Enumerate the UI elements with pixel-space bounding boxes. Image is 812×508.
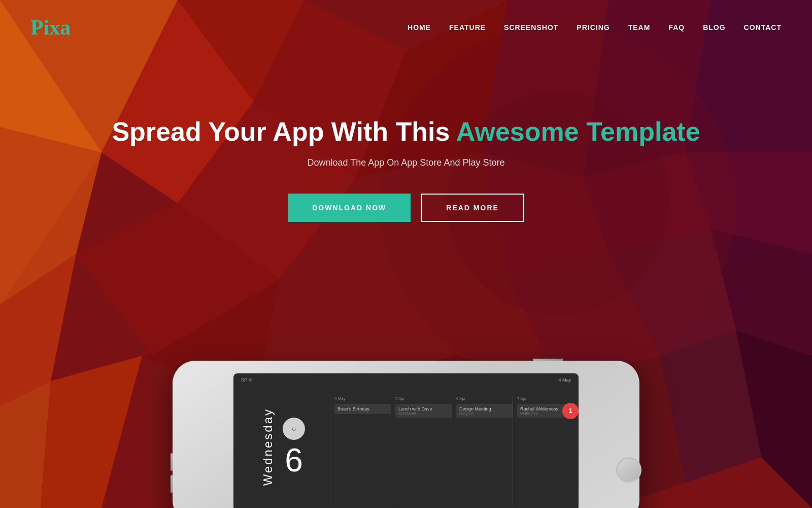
screen-status-bar: SP ① 4 May bbox=[233, 377, 579, 383]
hero-section: Pixa HOME FEATURE SCREENSHOT PRICING TEA… bbox=[0, 0, 812, 508]
volume-down-button bbox=[171, 475, 173, 493]
hero-title: Spread Your App With This Awesome Templa… bbox=[0, 116, 812, 147]
hero-buttons: DOWNLOAD NOW READ MORE bbox=[0, 194, 812, 222]
event-col-2: 5 Apr Lunch with Dave Restaurant bbox=[391, 396, 452, 505]
read-more-button[interactable]: READ MORE bbox=[421, 194, 524, 222]
screen-left-panel: Wednesday ○ 6 bbox=[233, 384, 325, 508]
hero-content: Spread Your App With This Awesome Templa… bbox=[0, 55, 812, 222]
hero-title-accent: Awesome Template bbox=[456, 117, 700, 146]
event-item-birthday: Brian's Birthday bbox=[334, 404, 391, 414]
phone-screen: SP ① 4 May Wednesday ○ 6 bbox=[233, 373, 579, 508]
event-sub-lunch: Restaurant bbox=[398, 411, 449, 415]
event-title-birthday: Brian's Birthday bbox=[337, 406, 388, 411]
event-col-1-header: 4 May bbox=[334, 396, 391, 401]
nav-pricing[interactable]: PRICING bbox=[577, 23, 610, 32]
event-col-4-header: 7 Apr bbox=[517, 396, 573, 401]
event-item-design: Design Meeting Hangout bbox=[456, 404, 513, 418]
event-item-rachel: Rachel Wilderness Mobile App 1 bbox=[517, 404, 573, 418]
nav-faq[interactable]: FAQ bbox=[668, 23, 685, 32]
home-button[interactable] bbox=[616, 457, 641, 483]
nav-contact[interactable]: CONTACT bbox=[744, 23, 782, 32]
event-col-2-header: 5 Apr bbox=[395, 396, 452, 401]
nav-blog[interactable]: BLOG bbox=[703, 23, 725, 32]
screen-status-right: 4 May bbox=[558, 377, 571, 383]
event-col-1: 4 May Brian's Birthday bbox=[330, 396, 391, 505]
screen-clock-number: 6 bbox=[285, 444, 303, 477]
event-col-3: 6 Apr Design Meeting Hangout bbox=[452, 396, 513, 505]
phone-top-button bbox=[533, 359, 563, 361]
download-now-button[interactable]: DOWNLOAD NOW bbox=[288, 194, 411, 222]
event-col-3-header: 6 Apr bbox=[456, 396, 513, 401]
hero-subtitle: Download The App On App Store And Play S… bbox=[0, 157, 812, 168]
phone-mockup: SP ① 4 May Wednesday ○ 6 bbox=[162, 351, 650, 508]
event-sub-design: Hangout bbox=[459, 411, 510, 415]
nav-home[interactable]: HOME bbox=[408, 23, 431, 32]
screen-day-label: Wednesday bbox=[261, 408, 275, 486]
phone-side-buttons-left bbox=[171, 453, 173, 493]
event-title-lunch: Lunch with Dave bbox=[398, 406, 449, 411]
nav-links: HOME FEATURE SCREENSHOT PRICING TEAM FAQ… bbox=[408, 23, 782, 32]
clock-circle-icon: ○ bbox=[283, 418, 305, 440]
navbar: Pixa HOME FEATURE SCREENSHOT PRICING TEA… bbox=[0, 0, 812, 55]
screen-status-left: SP ① bbox=[241, 377, 252, 383]
volume-up-button bbox=[171, 453, 173, 471]
event-item-lunch: Lunch with Dave Restaurant bbox=[395, 404, 452, 418]
hero-title-part1: Spread Your App With This bbox=[112, 117, 456, 146]
phone-side-right bbox=[616, 457, 641, 483]
screen-clock: ○ 6 bbox=[283, 418, 305, 477]
phone-body: SP ① 4 May Wednesday ○ 6 bbox=[173, 361, 639, 508]
nav-screenshot[interactable]: SCREENSHOT bbox=[504, 23, 558, 32]
screen-events-panel: 4 May Brian's Birthday 5 Apr Lunch with … bbox=[325, 384, 579, 508]
event-col-4: 7 Apr Rachel Wilderness Mobile App 1 bbox=[513, 396, 573, 505]
nav-team[interactable]: TEAM bbox=[628, 23, 651, 32]
phone-container: SP ① 4 May Wednesday ○ 6 bbox=[162, 351, 650, 508]
brand-logo[interactable]: Pixa bbox=[30, 15, 71, 40]
nav-feature[interactable]: FEATURE bbox=[449, 23, 486, 32]
notification-dot: 1 bbox=[562, 403, 579, 419]
event-title-design: Design Meeting bbox=[459, 406, 510, 411]
